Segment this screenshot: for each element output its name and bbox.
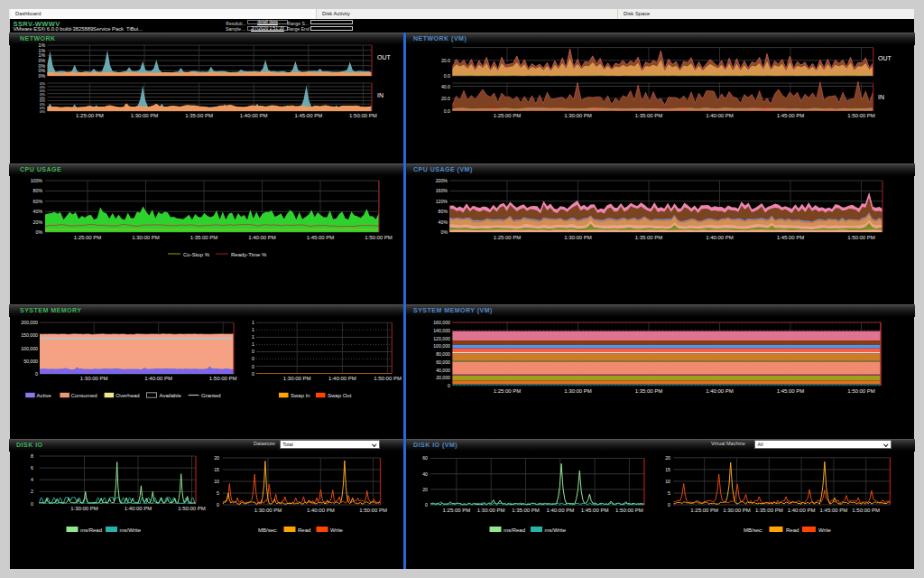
svg-text:40%: 40%	[439, 219, 448, 225]
svg-text:1:25:00 PM: 1:25:00 PM	[74, 235, 102, 240]
svg-text:160%: 160%	[436, 188, 448, 193]
svg-text:1:35:00 PM: 1:35:00 PM	[190, 235, 218, 240]
svg-text:1:40:00 PM: 1:40:00 PM	[240, 113, 268, 118]
svg-text:1:40:00 PM: 1:40:00 PM	[788, 508, 816, 513]
svg-text:1:45:00 PM: 1:45:00 PM	[777, 235, 805, 240]
svg-text:1:35:00 PM: 1:35:00 PM	[755, 508, 783, 513]
svg-text:40%: 40%	[33, 209, 43, 214]
svg-text:5: 5	[668, 490, 670, 496]
svg-text:100,000: 100,000	[21, 346, 38, 351]
svg-text:1:30:00 PM: 1:30:00 PM	[564, 235, 592, 240]
svg-text:60,000: 60,000	[436, 359, 450, 365]
svg-text:Read: Read	[298, 527, 310, 533]
svg-text:1:35:00 PM: 1:35:00 PM	[512, 508, 540, 513]
svg-text:200%: 200%	[436, 178, 448, 183]
svg-text:1: 1	[252, 327, 254, 332]
svg-text:0%: 0%	[441, 229, 448, 235]
svg-text:15: 15	[214, 467, 219, 472]
svg-text:0.0: 0.0	[444, 73, 450, 79]
svg-text:ms/Write: ms/Write	[120, 527, 142, 533]
svg-text:160,000: 160,000	[433, 320, 450, 325]
svg-text:1:40:00 PM: 1:40:00 PM	[248, 235, 276, 240]
svg-text:1:25:00 PM: 1:25:00 PM	[443, 508, 471, 513]
svg-text:10: 10	[665, 479, 670, 484]
svg-text:1:50:00 PM: 1:50:00 PM	[374, 376, 402, 381]
svg-text:150,000: 150,000	[21, 332, 38, 338]
svg-text:1:30:00 PM: 1:30:00 PM	[131, 113, 159, 118]
svg-text:1: 1	[252, 341, 254, 347]
svg-text:20: 20	[214, 455, 219, 461]
svg-text:0: 0	[35, 371, 38, 377]
svg-text:1:40:00 PM: 1:40:00 PM	[546, 508, 574, 513]
svg-text:1:50:00 PM: 1:50:00 PM	[178, 506, 206, 511]
svg-text:1:50:00 PM: 1:50:00 PM	[847, 235, 875, 240]
svg-text:80,000: 80,000	[436, 351, 450, 357]
svg-text:20.0: 20.0	[441, 96, 450, 101]
svg-text:0: 0	[217, 502, 219, 508]
svg-text:20.0: 20.0	[441, 58, 450, 63]
svg-text:1:45:00 PM: 1:45:00 PM	[777, 113, 805, 118]
svg-text:0: 0	[668, 502, 670, 508]
svg-text:80%: 80%	[439, 209, 448, 214]
svg-text:1:50:00 PM: 1:50:00 PM	[209, 376, 237, 381]
svg-text:1:50:00 PM: 1:50:00 PM	[349, 113, 377, 118]
svg-text:8: 8	[31, 453, 33, 459]
svg-text:120,000: 120,000	[433, 336, 450, 341]
svg-text:IN: IN	[878, 94, 884, 100]
svg-text:OUT: OUT	[377, 54, 392, 61]
svg-text:6: 6	[31, 465, 33, 471]
svg-text:1:30:00 PM: 1:30:00 PM	[254, 508, 282, 513]
svg-text:0: 0	[252, 371, 254, 377]
svg-text:1:30:00 PM: 1:30:00 PM	[564, 388, 592, 394]
svg-text:Swap In: Swap In	[291, 393, 310, 398]
svg-text:Granted: Granted	[201, 393, 221, 398]
svg-text:1:40:00 PM: 1:40:00 PM	[706, 113, 734, 118]
svg-text:5: 5	[217, 490, 219, 496]
svg-text:Read: Read	[786, 527, 799, 533]
svg-text:1:40:00 PM: 1:40:00 PM	[706, 388, 734, 394]
svg-text:1:25:00 PM: 1:25:00 PM	[494, 235, 522, 240]
svg-text:1:45:00 PM: 1:45:00 PM	[820, 508, 848, 513]
svg-text:Write: Write	[818, 527, 832, 533]
svg-text:1:40:00 PM: 1:40:00 PM	[706, 235, 734, 240]
svg-text:ms/Read: ms/Read	[504, 527, 525, 533]
svg-text:10: 10	[214, 479, 219, 484]
svg-text:Available: Available	[160, 393, 182, 398]
svg-text:1:35:00 PM: 1:35:00 PM	[185, 113, 213, 118]
svg-text:Write: Write	[330, 527, 344, 533]
svg-text:1:30:00 PM: 1:30:00 PM	[723, 508, 751, 513]
svg-text:1:30:00 PM: 1:30:00 PM	[477, 508, 505, 513]
svg-text:100%: 100%	[31, 178, 43, 183]
svg-text:1:25:00 PM: 1:25:00 PM	[690, 508, 718, 513]
svg-text:100,000: 100,000	[433, 343, 450, 349]
svg-text:1:40:00 PM: 1:40:00 PM	[328, 376, 356, 381]
svg-text:1:45:00 PM: 1:45:00 PM	[777, 388, 805, 394]
svg-text:MB/sec:: MB/sec:	[744, 527, 763, 533]
svg-text:0: 0	[31, 501, 33, 507]
svg-text:Co-Stop %: Co-Stop %	[183, 252, 210, 257]
svg-text:1:45:00 PM: 1:45:00 PM	[294, 113, 322, 118]
svg-text:1: 1	[252, 334, 254, 340]
svg-text:0%: 0%	[39, 73, 46, 79]
svg-text:1:50:00 PM: 1:50:00 PM	[847, 388, 875, 394]
svg-text:1:35:00 PM: 1:35:00 PM	[635, 113, 663, 118]
svg-text:1:30:00 PM: 1:30:00 PM	[564, 113, 592, 118]
svg-text:120%: 120%	[436, 199, 448, 204]
svg-text:0%: 0%	[36, 229, 43, 235]
svg-text:0: 0	[425, 502, 428, 508]
svg-text:1: 1	[252, 320, 254, 325]
svg-text:1:40:00 PM: 1:40:00 PM	[144, 376, 172, 381]
svg-text:1:30:00 PM: 1:30:00 PM	[132, 235, 160, 240]
svg-text:Overhead: Overhead	[116, 393, 139, 398]
svg-text:1:50:00 PM: 1:50:00 PM	[852, 508, 880, 513]
svg-text:1:25:00 PM: 1:25:00 PM	[76, 113, 104, 118]
svg-text:1:50:00 PM: 1:50:00 PM	[847, 113, 875, 118]
svg-text:0: 0	[448, 383, 450, 388]
svg-text:1:35:00 PM: 1:35:00 PM	[635, 235, 663, 240]
svg-text:0.0: 0.0	[444, 108, 450, 114]
svg-text:1:45:00 PM: 1:45:00 PM	[581, 508, 609, 513]
svg-text:15: 15	[665, 467, 670, 472]
svg-text:40,000: 40,000	[436, 368, 450, 373]
svg-text:ms/Write: ms/Write	[545, 527, 567, 533]
svg-text:1:50:00 PM: 1:50:00 PM	[615, 508, 643, 513]
